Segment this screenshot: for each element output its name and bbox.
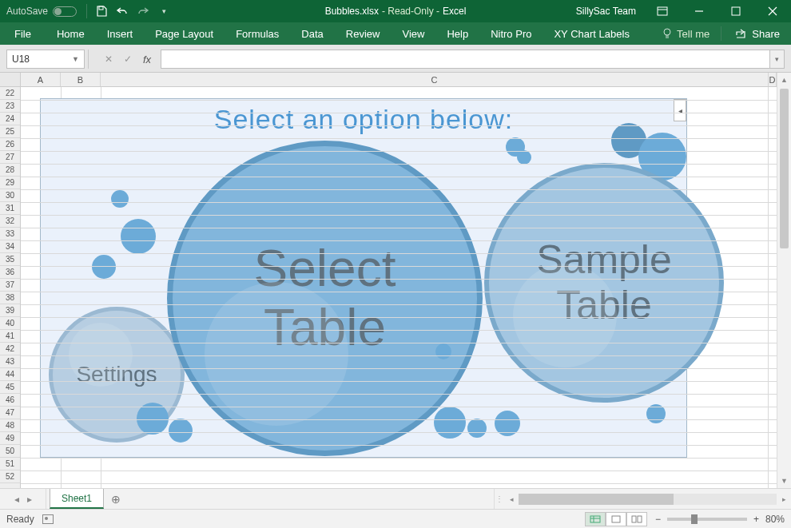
row-header[interactable]: 39 <box>0 304 20 317</box>
share-button[interactable]: Share <box>725 28 791 40</box>
horizontal-scrollbar[interactable]: ◂ ▸ <box>504 492 791 506</box>
col-header[interactable]: C <box>101 73 769 86</box>
tab-split-handle[interactable]: ⋮ <box>495 494 504 503</box>
row-header[interactable]: 43 <box>0 355 20 368</box>
row-header[interactable]: 38 <box>0 292 20 304</box>
scroll-thumb[interactable] <box>519 494 674 505</box>
qat-customize-icon[interactable]: ▾ <box>157 5 170 18</box>
row-header[interactable]: 31 <box>0 202 20 215</box>
row-header[interactable]: 23 <box>0 100 20 113</box>
row-header[interactable]: 26 <box>0 138 20 151</box>
ribbon-display-icon[interactable] <box>644 0 681 22</box>
tell-me-search[interactable]: Tell me <box>654 28 717 40</box>
tab-help[interactable]: Help <box>435 22 479 45</box>
account-name[interactable]: SillySac Team <box>568 6 644 17</box>
tab-view[interactable]: View <box>391 22 435 45</box>
col-header[interactable]: B <box>61 73 101 86</box>
select-table-bubble-button[interactable]: Select Table <box>167 141 483 456</box>
row-header[interactable]: 35 <box>0 253 20 266</box>
row-header[interactable]: 29 <box>0 177 20 189</box>
save-icon[interactable] <box>95 5 108 18</box>
chevron-down-icon[interactable]: ▼ <box>72 55 79 63</box>
zoom-slider[interactable] <box>667 518 747 521</box>
embedded-chart-object[interactable]: ◂ Select an option below: Settings Sampl… <box>40 98 687 458</box>
scroll-right-icon[interactable]: ▸ <box>777 495 791 503</box>
tab-page-layout[interactable]: Page Layout <box>144 22 225 45</box>
tab-xy-chart-labels[interactable]: XY Chart Labels <box>543 22 640 45</box>
sheet-nav[interactable]: ◂ ▸ <box>0 489 46 509</box>
row-header[interactable]: 40 <box>0 317 20 330</box>
scroll-left-icon[interactable]: ◂ <box>504 495 519 503</box>
row-header[interactable]: 45 <box>0 381 20 394</box>
maximize-icon[interactable] <box>717 0 754 22</box>
worksheet-grid[interactable]: A B C D 22232425262728293031323334353637… <box>0 73 791 488</box>
tab-home[interactable]: Home <box>46 22 96 45</box>
vertical-scrollbar[interactable]: ▲ ▼ <box>777 73 791 488</box>
normal-view-icon[interactable] <box>585 512 606 526</box>
row-header[interactable]: 51 <box>0 458 20 470</box>
fx-icon[interactable]: fx <box>138 50 156 68</box>
tab-review[interactable]: Review <box>335 22 392 45</box>
app-name: Excel <box>443 6 466 17</box>
nav-next-icon[interactable]: ▸ <box>27 494 32 505</box>
row-header[interactable]: 46 <box>0 394 20 407</box>
row-header[interactable]: 42 <box>0 343 20 355</box>
row-header[interactable]: 27 <box>0 151 20 164</box>
enter-icon[interactable]: ✓ <box>119 50 137 68</box>
sheet-tab-active[interactable]: Sheet1 <box>50 489 104 509</box>
undo-icon[interactable] <box>116 5 129 18</box>
row-header[interactable]: 41 <box>0 330 20 343</box>
row-header[interactable]: 50 <box>0 445 20 458</box>
tab-data[interactable]: Data <box>290 22 334 45</box>
column-headers[interactable]: A B C D <box>21 73 777 87</box>
autosave-control[interactable]: AutoSave <box>0 6 83 17</box>
formula-input[interactable] <box>161 50 770 69</box>
col-header[interactable]: D <box>769 73 777 86</box>
row-header[interactable]: 30 <box>0 189 20 202</box>
row-header[interactable]: 44 <box>0 368 20 381</box>
row-header[interactable]: 48 <box>0 419 20 432</box>
select-all-corner[interactable] <box>0 73 21 87</box>
cells-area[interactable]: ◂ Select an option below: Settings Sampl… <box>21 87 777 488</box>
row-header[interactable]: 47 <box>0 407 20 419</box>
collapse-handle-icon[interactable]: ◂ <box>674 99 686 121</box>
scroll-up-icon[interactable]: ▲ <box>777 73 791 87</box>
zoom-control[interactable]: − + 80% <box>655 514 785 525</box>
row-header[interactable]: 34 <box>0 240 20 253</box>
tab-formulas[interactable]: Formulas <box>225 22 290 45</box>
row-header[interactable]: 36 <box>0 266 20 279</box>
tab-nitro-pro[interactable]: Nitro Pro <box>479 22 543 45</box>
row-header[interactable]: 32 <box>0 215 20 228</box>
zoom-handle[interactable] <box>691 514 698 524</box>
minimize-icon[interactable] <box>681 0 717 22</box>
zoom-out-icon[interactable]: − <box>655 514 661 525</box>
name-box[interactable]: U18 ▼ <box>6 50 85 69</box>
row-header[interactable]: 24 <box>0 113 20 125</box>
autosave-toggle-icon[interactable] <box>53 6 77 17</box>
scroll-down-icon[interactable]: ▼ <box>777 474 791 488</box>
row-header[interactable]: 22 <box>0 87 20 100</box>
row-header[interactable]: 49 <box>0 432 20 445</box>
row-header[interactable]: 25 <box>0 125 20 138</box>
row-header[interactable]: 33 <box>0 228 20 240</box>
page-layout-view-icon[interactable] <box>606 512 626 526</box>
add-sheet-icon[interactable]: ⊕ <box>104 489 128 509</box>
sample-table-bubble-button[interactable]: Sample Table <box>484 163 724 403</box>
expand-formula-bar-icon[interactable]: ▾ <box>770 50 785 69</box>
zoom-in-icon[interactable]: + <box>753 514 759 525</box>
row-header[interactable]: 37 <box>0 279 20 292</box>
row-header[interactable]: 52 <box>0 470 20 483</box>
macro-record-icon[interactable] <box>42 514 54 524</box>
tab-insert[interactable]: Insert <box>96 22 145 45</box>
redo-icon[interactable] <box>137 5 149 18</box>
close-icon[interactable] <box>754 0 791 22</box>
scroll-thumb[interactable] <box>780 89 789 248</box>
tab-file[interactable]: File <box>0 22 46 45</box>
page-break-view-icon[interactable] <box>626 512 647 526</box>
cancel-icon[interactable]: ✕ <box>100 50 117 68</box>
row-header[interactable]: 28 <box>0 164 20 177</box>
zoom-value[interactable]: 80% <box>765 514 785 525</box>
col-header[interactable]: A <box>21 73 61 86</box>
row-headers[interactable]: 2223242526272829303132333435363738394041… <box>0 87 21 488</box>
nav-prev-icon[interactable]: ◂ <box>14 494 19 505</box>
